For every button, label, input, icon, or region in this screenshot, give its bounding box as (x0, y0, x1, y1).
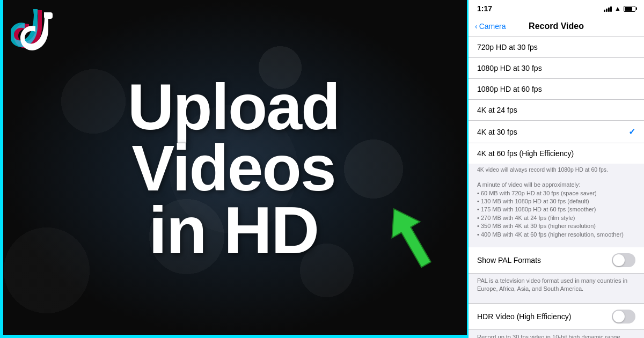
option-1080p-30[interactable]: 1080p HD at 30 fps (469, 58, 644, 79)
option-720p[interactable]: 720p HD at 30 fps (469, 37, 644, 58)
videos-text: Videos (128, 137, 340, 199)
partial-note: 4K video will always record with 1080p H… (469, 164, 644, 177)
upload-text: Upload (128, 76, 340, 137)
nav-title: Record Video (529, 21, 584, 31)
battery-icon (624, 6, 635, 12)
iphone-settings-panel: 1:17 ▲ ‹ Camera Record Video 720p HD at (467, 0, 644, 338)
show-pal-toggle[interactable] (612, 253, 635, 267)
hdr-video-label: HDR Video (High Efficiency) (477, 312, 571, 321)
svg-rect-0 (44, 12, 53, 19)
svg-marker-1 (380, 201, 440, 273)
storage-text: A minute of video will be approximately:… (477, 181, 635, 239)
tiktok-logo (11, 8, 59, 56)
in-hd-text: in HD (128, 199, 340, 262)
hdr-section: HDR Video (High Efficiency) (469, 303, 644, 330)
storage-info: A minute of video will be approximately:… (469, 177, 644, 243)
hdr-description: Record up to 30 fps video in 10-bit high… (469, 330, 644, 338)
status-icons: ▲ (604, 5, 635, 12)
option-1080p-60[interactable]: 1080p HD at 60 fps (469, 79, 644, 100)
divider-1 (469, 243, 644, 247)
show-pal-row[interactable]: Show PAL Formats (469, 247, 644, 274)
resolution-group: 720p HD at 30 fps 1080p HD at 30 fps 108… (469, 37, 644, 164)
divider-2 (469, 299, 644, 303)
option-4k-24[interactable]: 4K at 24 fps (469, 100, 644, 121)
hdr-video-row[interactable]: HDR Video (High Efficiency) (469, 304, 644, 330)
arrow-pointer (362, 189, 459, 286)
status-bar: 1:17 ▲ (469, 0, 644, 16)
left-panel: Upload Videos in HD (0, 0, 467, 338)
selected-checkmark: ✓ (628, 127, 635, 137)
pal-description: PAL is a television video format used in… (469, 274, 644, 299)
option-4k-60[interactable]: 4K at 60 fps (High Efficiency) (469, 143, 644, 164)
wifi-icon: ▲ (614, 5, 621, 12)
signal-icon (604, 5, 612, 12)
status-time: 1:17 (477, 4, 492, 13)
hdr-toggle[interactable] (612, 310, 635, 324)
back-button[interactable]: ‹ Camera (475, 22, 506, 31)
main-text-block: Upload Videos in HD (128, 76, 340, 262)
option-4k-30[interactable]: 4K at 30 fps ✓ (469, 121, 644, 143)
show-pal-label: Show PAL Formats (477, 256, 541, 264)
back-label[interactable]: Camera (479, 22, 506, 31)
chevron-left-icon: ‹ (475, 22, 478, 31)
bottom-border (0, 335, 467, 338)
settings-container: 720p HD at 30 fps 1080p HD at 30 fps 108… (469, 37, 644, 338)
nav-bar: ‹ Camera Record Video (469, 16, 644, 37)
